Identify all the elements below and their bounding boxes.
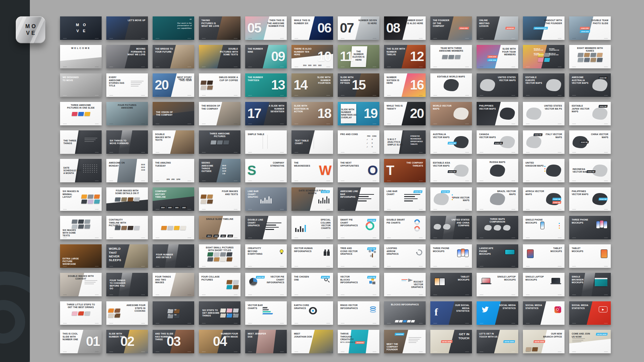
slide-thumbnail[interactable]: FOUR PICTURES AWESOME <box>106 102 148 125</box>
slide-thumbnail[interactable]: FOUR COLLAGE PICTURES <box>199 273 240 296</box>
slide-thumbnail[interactable]: SIX IMAGES IN MINIMAL LAYOUT <box>60 187 102 211</box>
slide-thumbnail[interactable]: AWESOME AUSTRALIA VECTOR MAPS8.043.798 <box>569 73 611 97</box>
slide-thumbnail[interactable]: SINGLE LAPTOP MOCKUPS <box>477 273 518 296</box>
slide-thumbnail[interactable]: GET IN TOUCHWE'RE HERE <box>430 330 472 353</box>
slide-thumbnail[interactable]: EDITABLE ASIA VECTOR MAPS8.043.798 <box>430 159 472 182</box>
slide-thumbnail[interactable]: SINGLE BROWSER MOCKUPS <box>569 273 611 296</box>
slide-thumbnail[interactable]: MEET THE COMPANY FOUNDERJENNIFER <box>384 330 426 353</box>
slide-thumbnail[interactable]: SEEING AWESOME THINGS OUTSIDE08:0009:001… <box>199 159 240 182</box>
slide-thumbnail[interactable]: ROCKET VECTOR GRAPHICS <box>384 273 426 296</box>
slide-thumbnail[interactable]: LINE BAR CHART8.043.798 <box>384 187 426 211</box>
slide-thumbnail[interactable]: LINE BAR CHART GRAPHIC <box>245 187 287 211</box>
slide-thumbnail[interactable]: UNITED KINGDOM MAPS <box>523 159 565 182</box>
slide-thumbnail[interactable]: WORLD VECTOR MAPS <box>430 102 472 125</box>
slide-thumbnail[interactable]: TTHE COMPANY THREATS <box>384 159 426 182</box>
slide-thumbnail[interactable]: CHINA VECTOR MAPS8.043.798 <box>569 130 611 154</box>
slide-thumbnail[interactable]: 01THIS IS COOL SLIDE WITH NUMBER ONE <box>60 330 102 353</box>
slide-thumbnail[interactable]: LANDSCAPE PHONE MOCKUPS <box>477 244 518 268</box>
slide-thumbnail[interactable]: SINGLE SLIDE TIMELINE2019202020212022 <box>199 216 240 239</box>
slide-thumbnail[interactable]: EDITABLE WORLD MAPS <box>430 73 472 97</box>
slide-thumbnail[interactable]: VECTOR PIE CHART INFOGRAPHICS8.043.798 <box>245 273 287 296</box>
slide-thumbnail[interactable]: 15SLIDE WITH NUMBER FIFTEEN <box>338 73 379 97</box>
slide-thumbnail[interactable]: EDITABLE JAPAN VECTOR MAPS8.043.798 <box>569 102 611 125</box>
slide-thumbnail[interactable]: SLIDE WITH FOUR TEAM MEMBERSJOHN DOEJANE… <box>477 45 518 68</box>
slide-thumbnail[interactable]: RUSSIA MAPS <box>477 159 518 182</box>
slide-thumbnail[interactable]: SPECIAL COLUMN VECTOR CHARTS <box>291 216 333 239</box>
slide-thumbnail[interactable]: ▶SOCIAL MEDIA STATISTICS <box>569 301 611 325</box>
slide-thumbnail[interactable]: VECTOR HUMAN INFOGRAPHICS <box>291 244 333 268</box>
slide-thumbnail[interactable]: PHILIPPINES VECTOR MAPS8.043.798 <box>569 187 611 211</box>
slide-thumbnail[interactable]: 09THE NUMBER NINE <box>245 45 287 68</box>
slide-thumbnail[interactable]: EIGHT MEMBERS WITH NAMES <box>569 45 611 68</box>
slide-thumbnail[interactable]: 02SLIDE WITH NUMBER TWO <box>106 330 148 353</box>
slide-thumbnail[interactable]: FOUR IMAGES AND TEXTS <box>199 187 240 211</box>
slide-thumbnail[interactable]: 14SLIDE WITH NUMBER FOURTEEN <box>291 73 333 97</box>
slide-thumbnail[interactable]: SINGLE PHONE MOCKUPS <box>523 216 565 239</box>
slide-thumbnail[interactable]: THREE PHONE MOCKUPS <box>430 244 472 268</box>
slide-thumbnail[interactable]: EIGHT SMALL PICTURES WITH SHORT TITLES <box>199 244 240 268</box>
slide-thumbnail[interactable]: TAKING PICTURES IS WHAT WE LOVE <box>199 16 240 40</box>
slide-thumbnail[interactable]: S.W.O.T ANALYTICS SIMPLE SLIDESTRENGTHSW… <box>384 130 426 154</box>
slide-thumbnail[interactable]: 20BEST STORY THIS YEAR8.04.798FEB 28 <box>153 73 194 97</box>
slide-thumbnail[interactable]: SOCIAL MEDIA STATISTICS <box>477 301 518 325</box>
slide-thumbnail[interactable]: SIX IMAGES WITH SOME TEXTS <box>60 216 102 239</box>
slide-thumbnail[interactable]: CANADA VECTOR MAPS8.043.798 <box>477 130 518 154</box>
slide-thumbnail[interactable]: UNITED STATES VECTOR MAPS <box>477 73 518 97</box>
slide-thumbnail[interactable]: DATE SCHEDULE FOR A MONTH <box>60 159 102 182</box>
slide-thumbnail[interactable]: 04NUMBER FOUR WITH IMAGE <box>199 330 240 353</box>
slide-thumbnail[interactable]: LET'S MOVE UP <box>106 16 148 40</box>
slide-thumbnail[interactable]: WE DESIGNED TO MOVE <box>60 73 102 97</box>
slide-thumbnail[interactable]: THREE AWESOME PICTURES IN ONE SLIDE <box>60 102 102 125</box>
slide-thumbnail[interactable]: WORLD THAT NEVER SLEEPS <box>106 244 148 268</box>
slide-thumbnail[interactable]: DOUBLE LINE CHART GRAPHICS <box>245 216 287 239</box>
slide-thumbnail[interactable]: WTHE WEAKNESSES <box>291 159 333 182</box>
slide-thumbnail[interactable]: LET'S GET IN TOUCH WITH USWE'RE HERE <box>477 330 518 353</box>
slide-thumbnail[interactable]: ONLINE MEETING LESSONJENNIFER <box>477 16 518 40</box>
slide-thumbnail[interactable]: “Our work is the presentation of our cap… <box>153 16 194 40</box>
slide-thumbnail[interactable]: MOVING FORWARD IS WHAT WE LOVE <box>106 45 148 68</box>
slide-thumbnail[interactable]: CREATIVITY BEYOND EVERYTHING <box>245 244 287 268</box>
slide-thumbnail[interactable]: SINGLE LAPTOP MOCKUPS <box>523 273 565 296</box>
slide-thumbnail[interactable]: AWESOME LINE BAR INFOGRAPHS <box>338 187 379 211</box>
slide-thumbnail[interactable]: 123456SIX STEPS TO GET AWESOME THINGS <box>199 301 240 325</box>
slide-thumbnail[interactable]: TREE AND ICONS VECTOR GRAPHICS8.043.798 <box>338 244 379 268</box>
slide-thumbnail[interactable]: 20WHILE THIS IS TWENTY <box>384 102 426 125</box>
slide-thumbnail[interactable]: DOUBLE PICTURES WITH SOME TEXTS <box>199 45 240 68</box>
slide-thumbnail[interactable]: FOUR IMAGES WITH SOME DETAILS ON IT <box>106 187 148 211</box>
slide-thumbnail[interactable]: 01020304 <box>153 301 194 325</box>
slide-thumbnail[interactable]: 08NUMBER EIGHT IS ALSO HERE <box>384 16 426 40</box>
slide-thumbnail[interactable]: ITALY VECTOR MAPS8.043.798 <box>523 130 565 154</box>
slide-thumbnail[interactable]: 07NUMBER SEVEN IS HERE <box>338 16 379 40</box>
slide-thumbnail[interactable]: SPAIN VECTOR MAPS8.043.798 <box>430 187 472 211</box>
slide-thumbnail[interactable]: OTHE NEXT OPPORTUNITIES <box>338 159 379 182</box>
slide-thumbnail[interactable]: THE BRIDGE TO YOUR FUTURE <box>153 45 194 68</box>
slide-thumbnail[interactable]: UNITED STATES VECTOR MA PS <box>523 102 565 125</box>
slide-thumbnail[interactable]: 18SLIDE WITH EIGHTEEN IN ACTION <box>291 102 333 125</box>
slide-thumbnail[interactable]: TABLET MOCKUPS <box>430 273 472 296</box>
slide-thumbnail[interactable]: BRAZIL VECTOR MAPS <box>477 187 518 211</box>
slide-thumbnail[interactable]: THE MISSION OF THE COMPANY <box>199 102 240 125</box>
slide-thumbnail[interactable]: EARTH CORE GRAPHICS <box>291 301 333 325</box>
slide-thumbnail[interactable]: THREE AWESOME PICTURES <box>199 130 240 154</box>
slide-thumbnail[interactable]: THRIVE THROUGH CREATIVITYWITH JENNIFER D… <box>338 330 379 353</box>
slide-thumbnail[interactable]: EXTRA LARGE PICTURE SHOWCASE <box>60 244 102 268</box>
slide-thumbnail[interactable]: TABLET MOCKUPS <box>569 244 611 268</box>
slide-thumbnail[interactable]: 123THREE LITTLE STEPS TO GET THE BEST DR… <box>60 301 102 325</box>
slide-thumbnail[interactable]: THE AMAZING TUESDAY8PM9PM10PM <box>153 159 194 182</box>
slide-thumbnail[interactable]: TEAM WITH THREE AWESOME MEMBERS <box>430 45 472 68</box>
slide-thumbnail[interactable]: FOUR THINGS AND TWO IMAGES <box>153 273 194 296</box>
slide-thumbnail[interactable]: DOUBLE SMART PIE CHARTS <box>384 216 426 239</box>
slide-thumbnail[interactable]: 06WHILE THIS IS NUMBER SIX <box>291 16 333 40</box>
slide-thumbnail[interactable]: 16NUMBER SIXTEEN IS HERE <box>384 73 426 97</box>
slide-thumbnail[interactable]: MOVE <box>60 16 102 40</box>
slide-thumbnail[interactable]: VECTOR BLOCKS INFOGRAPHICS8.043.798 <box>338 273 379 296</box>
slide-thumbnail[interactable]: CONTINUITY TIMELINE WITH PICTURES <box>106 216 148 239</box>
slide-thumbnail[interactable]: AFRICA VECTOR MAPS8.043.7988.043.798 <box>523 187 565 211</box>
slide-thumbnail[interactable]: ✓ ✕ ✓ ✕ ✓ ✕PRO AND CONSPROCONS <box>338 130 379 154</box>
slide-thumbnail[interactable]: MEET JENNIFER DOE <box>245 330 287 353</box>
slide-thumbnail[interactable]: 03AND THIS SLIDE HAS NUMBER THREE <box>153 330 194 353</box>
slide-thumbnail[interactable]: SIMPLE TABLE <box>245 130 287 154</box>
slide-thumbnail[interactable]: 19SLIDE WITH NUMBER NINETEEN AS OVERLAY <box>338 102 379 125</box>
slide-thumbnail[interactable]: SIX THINGS TO MOVE FORWARD <box>106 130 148 154</box>
slide-thumbnail[interactable]: 11THE NUMBER ELEVEN IS HERE <box>338 45 379 68</box>
